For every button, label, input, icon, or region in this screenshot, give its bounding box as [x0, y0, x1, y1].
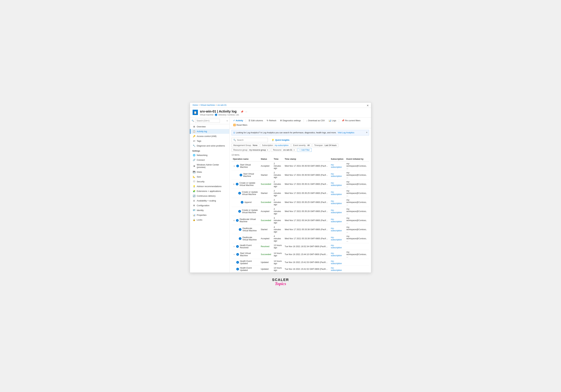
- banner-close-button[interactable]: ✕: [366, 131, 367, 134]
- sidebar-item-security[interactable]: 🛡 Security: [190, 179, 229, 184]
- more-button[interactable]: ···: [245, 110, 248, 113]
- subscription-link[interactable]: my-subscription: [331, 200, 342, 205]
- sidebar-item-networking[interactable]: 🌐 Networking: [190, 153, 229, 158]
- sidebar-collapse-btn[interactable]: «: [227, 120, 228, 122]
- download-csv-button[interactable]: ↓ Download as CSV: [305, 119, 326, 123]
- logs-button[interactable]: 📊 Logs: [327, 119, 338, 123]
- expand-button[interactable]: >: [233, 246, 235, 248]
- cell-subscription[interactable]: my-subscription: [329, 198, 345, 207]
- sidebar-search-input[interactable]: [195, 119, 220, 123]
- sidebar-item-activity-log[interactable]: 📋 Activity log: [190, 129, 229, 134]
- expand-button[interactable]: ∨: [233, 165, 235, 167]
- sidebar-item-advisor[interactable]: 💡 Advisor recommendations: [190, 184, 229, 189]
- sidebar-item-connect[interactable]: 🔗 Connect: [190, 158, 229, 162]
- table-row[interactable]: iDeallocate Virtual MachineAccepted4 min…: [232, 234, 369, 243]
- sidebar-item-disks[interactable]: 💾 Disks: [190, 170, 229, 174]
- cell-subscription[interactable]: my-subscription: [329, 207, 345, 216]
- table-row[interactable]: iDeallocate Virtual MachineStarted4 minu…: [232, 225, 369, 234]
- refresh-button[interactable]: ↻ Refresh: [265, 119, 278, 123]
- sidebar-item-iam[interactable]: 🔑 Access control (IAM): [190, 134, 229, 139]
- filter-chip-severity[interactable]: Event severity : All: [291, 143, 311, 147]
- subscription-link[interactable]: my-subscription: [331, 218, 342, 223]
- subscription-link[interactable]: my-subscription: [331, 260, 342, 265]
- filter-chip-resource-group[interactable]: Resource group : my-resource-group ✕: [232, 148, 270, 152]
- diagnostics-button[interactable]: ⚙ Diagnostics settings: [278, 119, 302, 123]
- subscription-link[interactable]: my-subscription: [331, 164, 342, 168]
- sidebar-item-continuous-delivery[interactable]: 🔄 Continuous delivery: [190, 194, 229, 198]
- subscription-link[interactable]: my-subscription: [331, 244, 342, 249]
- chip-close-res[interactable]: ✕: [293, 149, 295, 151]
- filter-chip-timespan[interactable]: Timespan : Last 24 hours: [312, 143, 338, 147]
- window-close-button[interactable]: ✕: [367, 104, 369, 107]
- subscription-link[interactable]: my-subscription: [331, 236, 342, 241]
- table-row[interactable]: iHealth Event UpdatedUpdated14 hours ago…: [232, 266, 369, 272]
- table-row[interactable]: ∨iCreate or Update Virtual MachineSuccee…: [232, 180, 369, 189]
- quick-insights-button[interactable]: 💡 Quick Insights: [270, 138, 291, 142]
- sidebar-item-extensions[interactable]: 🧩 Extensions + applications: [190, 189, 229, 194]
- sidebar-item-configuration[interactable]: ⚙ Configuration: [190, 203, 229, 208]
- sidebar-item-properties[interactable]: 📊 Properties: [190, 213, 229, 218]
- chip-close-rg[interactable]: ✕: [267, 149, 268, 151]
- sidebar-item-availability[interactable]: ⚖ Availability + scaling: [190, 198, 229, 203]
- table-row[interactable]: ∨iStart Virtual MachineAccepted2 minutes…: [232, 162, 369, 171]
- col-operation-name[interactable]: Operation name: [232, 157, 259, 162]
- cell-subscription[interactable]: my-subscription: [329, 250, 345, 259]
- subscription-link[interactable]: my-subscription: [331, 227, 342, 232]
- table-row[interactable]: iCreate or Update Virtual MachineStarted…: [232, 189, 369, 198]
- subscription-link[interactable]: my-subscription: [331, 267, 342, 272]
- sidebar-item-identity[interactable]: 🪪 Identity: [190, 208, 229, 213]
- expand-button[interactable]: >: [233, 253, 235, 255]
- col-subscription[interactable]: Subscription: [329, 157, 345, 162]
- search-box[interactable]: 🔍: [232, 138, 268, 142]
- filter-chip-subscription[interactable]: Subscription : my-subscription: [260, 143, 290, 147]
- cell-subscription[interactable]: my-subscription: [329, 180, 345, 189]
- col-timestamp[interactable]: Time stamp: [283, 157, 329, 162]
- sidebar-item-size[interactable]: 📐 Size: [190, 174, 229, 179]
- cell-subscription[interactable]: my-subscription: [329, 266, 345, 272]
- cell-subscription[interactable]: my-subscription: [329, 225, 345, 234]
- add-filter-button[interactable]: + Add Filter: [298, 148, 312, 152]
- sidebar-item-tags[interactable]: 🏷 Tags: [190, 139, 229, 143]
- table-row[interactable]: iCreate or Update Virtual MachineAccepte…: [232, 207, 369, 216]
- expand-button[interactable]: ∨: [233, 219, 235, 222]
- sidebar-item-diagnose[interactable]: 🔧 Diagnose and solve problems: [190, 143, 229, 148]
- breadcrumb-resource[interactable]: srv-win-01: [217, 104, 227, 106]
- pin-filters-button[interactable]: 📌 Pin current filters: [340, 119, 362, 123]
- subscription-link[interactable]: my-subscription: [331, 252, 342, 257]
- filter-chip-resource[interactable]: Resource : srv-win-01 ✕: [271, 148, 296, 152]
- sidebar-item-locks[interactable]: 🔒 Locks: [190, 218, 229, 222]
- table-row[interactable]: ∨iDeallocate Virtual MachineSucceeded3 m…: [232, 216, 369, 225]
- banner-link[interactable]: Visit Log Analytics: [338, 131, 354, 134]
- subscription-link[interactable]: my-subscription: [331, 182, 342, 186]
- cell-subscription[interactable]: my-subscription: [329, 259, 345, 266]
- activity-button[interactable]: ✓ Activity: [232, 119, 245, 123]
- filter-chip-management-group[interactable]: Management Group : None: [232, 143, 259, 147]
- table-row[interactable]: >iStart Virtual MachineSucceeded14 hours…: [232, 250, 369, 259]
- table-row[interactable]: iAppendSucceeded2 minutes agoWed Nov 17 …: [232, 198, 369, 207]
- cell-subscription[interactable]: my-subscription: [329, 234, 345, 243]
- breadcrumb-vm[interactable]: Virtual machines: [200, 104, 215, 106]
- cell-subscription[interactable]: my-subscription: [329, 243, 345, 250]
- col-time[interactable]: Time: [272, 157, 283, 162]
- table-row[interactable]: iStart Virtual MachineStarted2 minutes a…: [232, 171, 369, 180]
- table-row[interactable]: >iHealth Event ResolvedResolved13 hours …: [232, 243, 369, 250]
- subscription-link[interactable]: my-subscription: [331, 191, 342, 196]
- subscription-link[interactable]: my-subscription: [331, 209, 342, 214]
- expand-button[interactable]: ∨: [233, 183, 235, 185]
- sidebar-item-overview[interactable]: ⊞ Overview: [190, 124, 229, 129]
- col-initiated-by[interactable]: Event initiated by: [345, 157, 369, 162]
- cell-subscription[interactable]: my-subscription: [329, 171, 345, 180]
- cell-subscription[interactable]: my-subscription: [329, 189, 345, 198]
- security-icon: 🛡: [193, 180, 195, 183]
- search-input[interactable]: [237, 139, 266, 141]
- breadcrumb-home[interactable]: Home: [193, 104, 198, 106]
- pin-button[interactable]: 📌: [240, 110, 244, 113]
- cell-subscription[interactable]: my-subscription: [329, 162, 345, 171]
- edit-columns-button[interactable]: ☰ Edit columns: [247, 119, 265, 123]
- col-status[interactable]: Status: [259, 157, 272, 162]
- reset-filters-button[interactable]: 🔀 Reset filters: [232, 123, 249, 127]
- sidebar-item-windows-admin[interactable]: 🖥 Windows Admin Center (preview): [190, 162, 229, 170]
- cell-subscription[interactable]: my-subscription: [329, 216, 345, 225]
- table-row[interactable]: iHealth Event UpdatedUpdated14 hours ago…: [232, 259, 369, 266]
- subscription-link[interactable]: my-subscription: [331, 173, 342, 177]
